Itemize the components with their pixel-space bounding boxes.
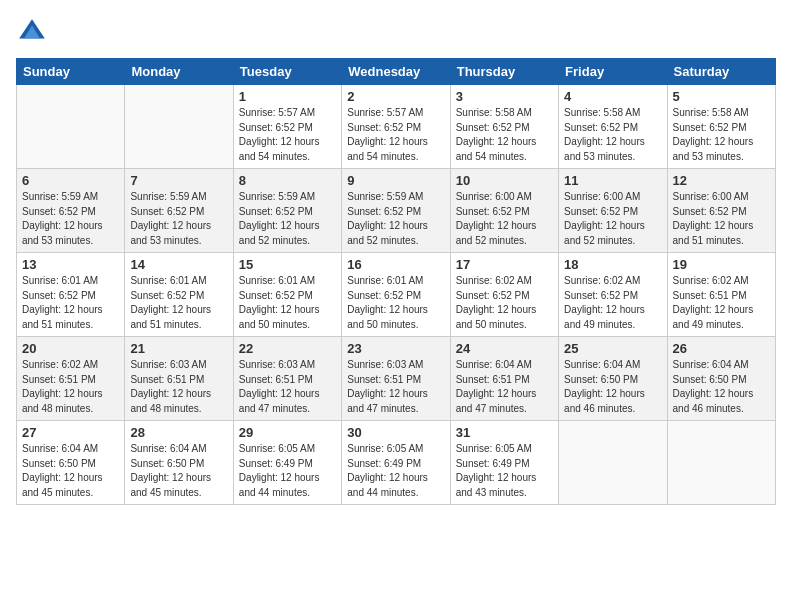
day-info: Sunrise: 6:03 AM Sunset: 6:51 PM Dayligh… <box>347 358 444 416</box>
day-info: Sunrise: 6:01 AM Sunset: 6:52 PM Dayligh… <box>130 274 227 332</box>
day-number: 4 <box>564 89 661 104</box>
day-info: Sunrise: 6:04 AM Sunset: 6:50 PM Dayligh… <box>22 442 119 500</box>
calendar-cell: 14Sunrise: 6:01 AM Sunset: 6:52 PM Dayli… <box>125 253 233 337</box>
calendar-cell: 19Sunrise: 6:02 AM Sunset: 6:51 PM Dayli… <box>667 253 775 337</box>
weekday-header: Wednesday <box>342 59 450 85</box>
calendar-cell: 4Sunrise: 5:58 AM Sunset: 6:52 PM Daylig… <box>559 85 667 169</box>
day-info: Sunrise: 6:04 AM Sunset: 6:50 PM Dayligh… <box>130 442 227 500</box>
calendar-cell: 18Sunrise: 6:02 AM Sunset: 6:52 PM Dayli… <box>559 253 667 337</box>
day-number: 9 <box>347 173 444 188</box>
day-number: 13 <box>22 257 119 272</box>
calendar-cell <box>17 85 125 169</box>
calendar-cell: 27Sunrise: 6:04 AM Sunset: 6:50 PM Dayli… <box>17 421 125 505</box>
calendar-cell: 21Sunrise: 6:03 AM Sunset: 6:51 PM Dayli… <box>125 337 233 421</box>
day-number: 1 <box>239 89 336 104</box>
day-info: Sunrise: 6:00 AM Sunset: 6:52 PM Dayligh… <box>456 190 553 248</box>
calendar-cell: 16Sunrise: 6:01 AM Sunset: 6:52 PM Dayli… <box>342 253 450 337</box>
day-number: 7 <box>130 173 227 188</box>
calendar-cell: 8Sunrise: 5:59 AM Sunset: 6:52 PM Daylig… <box>233 169 341 253</box>
calendar-cell: 3Sunrise: 5:58 AM Sunset: 6:52 PM Daylig… <box>450 85 558 169</box>
calendar-header-row: SundayMondayTuesdayWednesdayThursdayFrid… <box>17 59 776 85</box>
day-number: 5 <box>673 89 770 104</box>
weekday-header: Tuesday <box>233 59 341 85</box>
day-info: Sunrise: 6:02 AM Sunset: 6:51 PM Dayligh… <box>673 274 770 332</box>
day-info: Sunrise: 6:05 AM Sunset: 6:49 PM Dayligh… <box>239 442 336 500</box>
weekday-header: Friday <box>559 59 667 85</box>
day-info: Sunrise: 6:04 AM Sunset: 6:50 PM Dayligh… <box>564 358 661 416</box>
day-info: Sunrise: 6:02 AM Sunset: 6:51 PM Dayligh… <box>22 358 119 416</box>
calendar-cell: 23Sunrise: 6:03 AM Sunset: 6:51 PM Dayli… <box>342 337 450 421</box>
day-info: Sunrise: 5:59 AM Sunset: 6:52 PM Dayligh… <box>130 190 227 248</box>
day-info: Sunrise: 5:57 AM Sunset: 6:52 PM Dayligh… <box>347 106 444 164</box>
day-info: Sunrise: 5:58 AM Sunset: 6:52 PM Dayligh… <box>564 106 661 164</box>
calendar-cell: 24Sunrise: 6:04 AM Sunset: 6:51 PM Dayli… <box>450 337 558 421</box>
calendar-cell: 7Sunrise: 5:59 AM Sunset: 6:52 PM Daylig… <box>125 169 233 253</box>
calendar-cell: 10Sunrise: 6:00 AM Sunset: 6:52 PM Dayli… <box>450 169 558 253</box>
day-info: Sunrise: 6:01 AM Sunset: 6:52 PM Dayligh… <box>347 274 444 332</box>
calendar-cell: 5Sunrise: 5:58 AM Sunset: 6:52 PM Daylig… <box>667 85 775 169</box>
calendar-cell: 1Sunrise: 5:57 AM Sunset: 6:52 PM Daylig… <box>233 85 341 169</box>
day-info: Sunrise: 5:57 AM Sunset: 6:52 PM Dayligh… <box>239 106 336 164</box>
calendar-cell: 2Sunrise: 5:57 AM Sunset: 6:52 PM Daylig… <box>342 85 450 169</box>
day-number: 29 <box>239 425 336 440</box>
weekday-header: Monday <box>125 59 233 85</box>
day-number: 25 <box>564 341 661 356</box>
day-number: 24 <box>456 341 553 356</box>
calendar-cell: 20Sunrise: 6:02 AM Sunset: 6:51 PM Dayli… <box>17 337 125 421</box>
weekday-header: Sunday <box>17 59 125 85</box>
logo <box>16 16 52 48</box>
day-number: 18 <box>564 257 661 272</box>
day-number: 15 <box>239 257 336 272</box>
day-number: 17 <box>456 257 553 272</box>
calendar-cell: 30Sunrise: 6:05 AM Sunset: 6:49 PM Dayli… <box>342 421 450 505</box>
day-number: 2 <box>347 89 444 104</box>
calendar-cell: 11Sunrise: 6:00 AM Sunset: 6:52 PM Dayli… <box>559 169 667 253</box>
day-number: 12 <box>673 173 770 188</box>
day-number: 8 <box>239 173 336 188</box>
day-info: Sunrise: 6:00 AM Sunset: 6:52 PM Dayligh… <box>564 190 661 248</box>
calendar-cell: 26Sunrise: 6:04 AM Sunset: 6:50 PM Dayli… <box>667 337 775 421</box>
calendar-week-row: 1Sunrise: 5:57 AM Sunset: 6:52 PM Daylig… <box>17 85 776 169</box>
day-number: 31 <box>456 425 553 440</box>
calendar-cell: 17Sunrise: 6:02 AM Sunset: 6:52 PM Dayli… <box>450 253 558 337</box>
day-info: Sunrise: 5:59 AM Sunset: 6:52 PM Dayligh… <box>347 190 444 248</box>
day-number: 3 <box>456 89 553 104</box>
day-info: Sunrise: 6:03 AM Sunset: 6:51 PM Dayligh… <box>239 358 336 416</box>
day-info: Sunrise: 6:02 AM Sunset: 6:52 PM Dayligh… <box>564 274 661 332</box>
day-number: 20 <box>22 341 119 356</box>
calendar-cell: 29Sunrise: 6:05 AM Sunset: 6:49 PM Dayli… <box>233 421 341 505</box>
day-info: Sunrise: 6:00 AM Sunset: 6:52 PM Dayligh… <box>673 190 770 248</box>
calendar-cell: 12Sunrise: 6:00 AM Sunset: 6:52 PM Dayli… <box>667 169 775 253</box>
calendar-cell: 31Sunrise: 6:05 AM Sunset: 6:49 PM Dayli… <box>450 421 558 505</box>
calendar-cell: 9Sunrise: 5:59 AM Sunset: 6:52 PM Daylig… <box>342 169 450 253</box>
day-info: Sunrise: 6:01 AM Sunset: 6:52 PM Dayligh… <box>22 274 119 332</box>
weekday-header: Saturday <box>667 59 775 85</box>
calendar-week-row: 27Sunrise: 6:04 AM Sunset: 6:50 PM Dayli… <box>17 421 776 505</box>
calendar-cell: 15Sunrise: 6:01 AM Sunset: 6:52 PM Dayli… <box>233 253 341 337</box>
day-number: 26 <box>673 341 770 356</box>
calendar-cell <box>559 421 667 505</box>
day-number: 19 <box>673 257 770 272</box>
calendar-week-row: 20Sunrise: 6:02 AM Sunset: 6:51 PM Dayli… <box>17 337 776 421</box>
day-number: 28 <box>130 425 227 440</box>
day-info: Sunrise: 5:59 AM Sunset: 6:52 PM Dayligh… <box>22 190 119 248</box>
day-number: 27 <box>22 425 119 440</box>
day-number: 16 <box>347 257 444 272</box>
calendar-table: SundayMondayTuesdayWednesdayThursdayFrid… <box>16 58 776 505</box>
calendar-cell <box>667 421 775 505</box>
day-number: 6 <box>22 173 119 188</box>
day-info: Sunrise: 6:04 AM Sunset: 6:51 PM Dayligh… <box>456 358 553 416</box>
calendar-cell: 13Sunrise: 6:01 AM Sunset: 6:52 PM Dayli… <box>17 253 125 337</box>
day-info: Sunrise: 5:58 AM Sunset: 6:52 PM Dayligh… <box>456 106 553 164</box>
logo-icon <box>16 16 48 48</box>
day-info: Sunrise: 6:03 AM Sunset: 6:51 PM Dayligh… <box>130 358 227 416</box>
day-number: 14 <box>130 257 227 272</box>
day-info: Sunrise: 6:05 AM Sunset: 6:49 PM Dayligh… <box>347 442 444 500</box>
page-header <box>16 16 776 48</box>
day-info: Sunrise: 6:04 AM Sunset: 6:50 PM Dayligh… <box>673 358 770 416</box>
calendar-cell <box>125 85 233 169</box>
calendar-week-row: 13Sunrise: 6:01 AM Sunset: 6:52 PM Dayli… <box>17 253 776 337</box>
day-number: 21 <box>130 341 227 356</box>
day-number: 11 <box>564 173 661 188</box>
day-info: Sunrise: 6:01 AM Sunset: 6:52 PM Dayligh… <box>239 274 336 332</box>
